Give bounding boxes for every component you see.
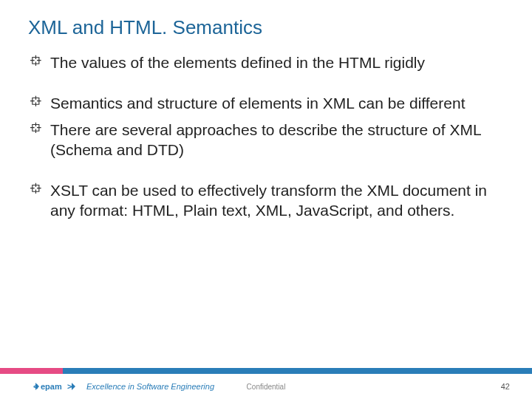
svg-marker-2 [72, 383, 75, 390]
slide-content: ⯐ The values of the elements defined in … [0, 39, 532, 221]
bullet-item: ⯐ The values of the elements defined in … [30, 52, 488, 72]
footer-confidential: Confidential [247, 383, 286, 391]
bullet-item: ⯐ XSLT can be used to effectively transf… [30, 180, 488, 221]
bullet-marker: ⯐ [30, 93, 50, 113]
bullet-text: There are several approaches to describe… [50, 120, 488, 160]
footer-accent-bars [0, 368, 532, 374]
epam-logo: epam < > [33, 381, 79, 392]
bullet-text: XSLT can be used to effectively transfor… [50, 180, 488, 221]
bullet-item: ⯐ There are several approaches to descri… [30, 120, 488, 160]
bullet-marker: ⯐ [30, 120, 50, 160]
accent-bar-pink [0, 368, 63, 374]
bullet-item: ⯐ Semantics and structure of elements in… [30, 93, 488, 113]
bullet-marker: ⯐ [30, 180, 50, 221]
accent-bar-blue [63, 368, 532, 374]
svg-text:epam: epam [41, 382, 62, 391]
slide-title: XML and HTML. Semantics [0, 0, 532, 39]
slide-footer: epam < > Excellence in Software Engineer… [0, 368, 532, 399]
bullet-marker: ⯐ [30, 52, 50, 72]
svg-text:>: > [67, 382, 72, 391]
bullet-text: The values of the elements defined in th… [50, 52, 488, 72]
svg-text:<: < [33, 382, 38, 391]
footer-tagline: Excellence in Software Engineering [86, 382, 214, 391]
bullet-text: Semantics and structure of elements in X… [50, 93, 488, 113]
page-number: 42 [501, 382, 510, 391]
